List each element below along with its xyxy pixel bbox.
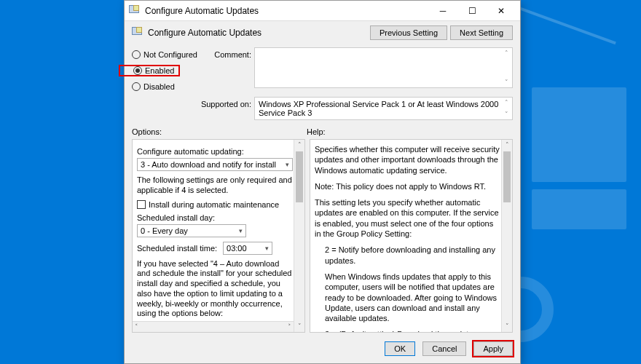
radio-enabled[interactable]: Enabled bbox=[133, 66, 174, 75]
scroll-down-icon[interactable]: ˅ bbox=[502, 111, 511, 118]
chevron-down-icon: ▾ bbox=[265, 245, 269, 252]
scrollbar-thumb[interactable] bbox=[296, 151, 303, 202]
apply-button[interactable]: Apply bbox=[473, 341, 513, 356]
help-panel: Specifies whether this computer will rec… bbox=[310, 139, 513, 333]
window-title: Configure Automatic Updates bbox=[145, 6, 428, 16]
help-paragraph: This setting lets you specify whether au… bbox=[315, 197, 500, 239]
help-paragraph: When Windows finds updates that apply to… bbox=[315, 272, 500, 323]
comment-label: Comment: bbox=[200, 47, 251, 91]
radio-label: Not Configured bbox=[143, 50, 197, 59]
select-value: 0 - Every day bbox=[141, 226, 188, 235]
checkbox-icon bbox=[137, 200, 146, 209]
help-paragraph: 3 = (Default setting) Download the updat… bbox=[315, 329, 500, 332]
checkbox-label: Install during automatic maintenance bbox=[149, 200, 279, 209]
scroll-up-icon[interactable]: ˄ bbox=[502, 99, 511, 106]
options-heading: Options: bbox=[132, 127, 307, 136]
scrollbar-thumb[interactable] bbox=[503, 151, 511, 202]
supported-on-text: Windows XP Professional Service Pack 1 o… bbox=[254, 97, 513, 120]
configure-update-select[interactable]: 3 - Auto download and notify for install… bbox=[137, 158, 293, 171]
radio-disabled[interactable]: Disabled bbox=[132, 82, 197, 91]
options-required-note: The following settings are only required… bbox=[137, 175, 293, 196]
radio-icon bbox=[133, 66, 142, 75]
vertical-scrollbar[interactable]: ˄ ˅ bbox=[294, 140, 304, 332]
scroll-up-icon[interactable]: ˄ bbox=[294, 140, 304, 151]
radio-label: Disabled bbox=[143, 82, 175, 91]
radio-label: Enabled bbox=[145, 66, 174, 75]
radio-icon bbox=[132, 50, 141, 59]
comment-textarea[interactable]: ˄ ˅ bbox=[254, 47, 513, 88]
minimize-button[interactable]: ─ bbox=[428, 1, 457, 21]
cancel-button[interactable]: Cancel bbox=[422, 341, 466, 356]
policy-icon bbox=[132, 27, 143, 39]
scheduled-time-select[interactable]: 03:00 ▾ bbox=[223, 242, 272, 255]
scheduled-time-label: Scheduled install time: bbox=[137, 244, 217, 253]
options-panel: Configure automatic updating: 3 - Auto d… bbox=[132, 139, 305, 333]
ok-button[interactable]: OK bbox=[385, 341, 415, 356]
supported-on-label: Supported on: bbox=[200, 97, 251, 120]
help-paragraph: 2 = Notify before downloading and instal… bbox=[315, 245, 500, 266]
select-value: 3 - Auto download and notify for install bbox=[141, 160, 276, 169]
select-value: 03:00 bbox=[227, 244, 247, 253]
help-paragraph: Specifies whether this computer will rec… bbox=[315, 144, 500, 175]
policy-icon bbox=[129, 5, 141, 17]
previous-setting-button[interactable]: Previous Setting bbox=[370, 25, 447, 40]
horizontal-scrollbar[interactable]: ˂ ˃ bbox=[133, 321, 294, 332]
dialog-subtitle: Configure Automatic Updates bbox=[148, 28, 367, 38]
help-paragraph: Note: This policy does not apply to Wind… bbox=[315, 181, 500, 191]
maximize-button[interactable]: ☐ bbox=[457, 1, 487, 21]
scheduled-day-select[interactable]: 0 - Every day ▾ bbox=[137, 224, 246, 237]
scroll-right-icon[interactable]: ˃ bbox=[288, 322, 291, 332]
scroll-up-icon[interactable]: ˄ bbox=[502, 50, 511, 57]
scroll-down-icon[interactable]: ˅ bbox=[502, 321, 512, 332]
vertical-scrollbar[interactable]: ˄ ˅ bbox=[501, 140, 512, 332]
scheduled-day-label: Scheduled install day: bbox=[137, 213, 293, 222]
next-setting-button[interactable]: Next Setting bbox=[450, 25, 513, 40]
scroll-down-icon[interactable]: ˅ bbox=[502, 79, 511, 86]
chevron-down-icon: ▾ bbox=[239, 227, 243, 234]
close-button[interactable]: ✕ bbox=[487, 1, 516, 21]
chevron-down-icon: ▾ bbox=[286, 161, 289, 168]
configure-update-label: Configure automatic updating: bbox=[137, 147, 293, 156]
dialog-window: Configure Automatic Updates ─ ☐ ✕ Config… bbox=[124, 0, 521, 364]
titlebar[interactable]: Configure Automatic Updates ─ ☐ ✕ bbox=[125, 1, 520, 21]
scroll-up-icon[interactable]: ˄ bbox=[502, 140, 512, 151]
scroll-left-icon[interactable]: ˂ bbox=[135, 322, 138, 332]
install-during-maintenance-checkbox[interactable]: Install during automatic maintenance bbox=[137, 200, 279, 209]
options-tail-note: If you have selected "4 – Auto download … bbox=[137, 259, 293, 320]
supported-on-value: Windows XP Professional Service Pack 1 o… bbox=[259, 100, 498, 117]
scroll-down-icon[interactable]: ˅ bbox=[294, 321, 304, 332]
radio-not-configured[interactable]: Not Configured bbox=[132, 50, 197, 59]
help-heading: Help: bbox=[307, 127, 326, 136]
radio-icon bbox=[132, 82, 141, 91]
